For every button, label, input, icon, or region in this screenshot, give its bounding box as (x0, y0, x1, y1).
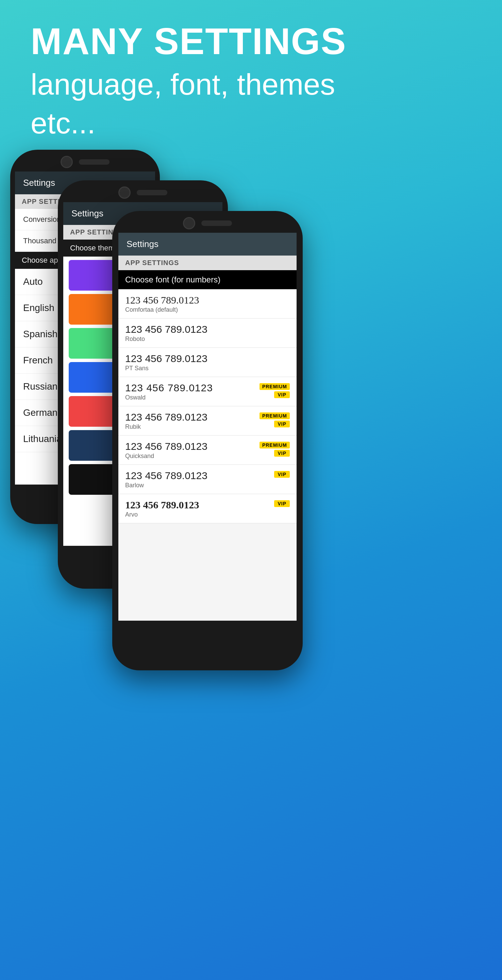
font-item-arvo[interactable]: 123 456 789.0123 Arvo VIP (118, 494, 297, 523)
font-name-barlow: Barlow (125, 482, 144, 488)
font-name-arvo: Arvo (125, 511, 138, 518)
phone3-font-header: Choose font (for numbers) (118, 270, 297, 289)
badge-vip-arvo: VIP (274, 500, 290, 507)
speaker-icon-3 (201, 221, 232, 226)
camera-icon (60, 156, 73, 168)
font-number-barlow: 123 456 789.0123 (125, 469, 274, 482)
badge-group-quicksand: PREMIUM VIP (259, 440, 290, 457)
camera-icon-2 (118, 186, 130, 199)
badge-vip-rubik: VIP (274, 421, 290, 427)
badge-group-oswald: PREMIUM VIP (259, 382, 290, 398)
font-number-rubik: 123 456 789.0123 (125, 411, 259, 423)
font-number-comfortaa: 123 456 789.0123 (125, 294, 290, 306)
hero-subtitle: language, font, themesetc... (30, 65, 346, 143)
font-item-comfortaa[interactable]: 123 456 789.0123 Comfortaa (default) (118, 289, 297, 318)
font-name-oswald: Oswald (125, 394, 146, 401)
speaker-icon (79, 159, 110, 165)
font-item-quicksand[interactable]: 123 456 789.0123 Quicksand PREMIUM VIP (118, 436, 297, 465)
font-name-quicksand: Quicksand (125, 453, 154, 460)
font-item-barlow[interactable]: 123 456 789.0123 Barlow VIP (118, 465, 297, 494)
badge-group-rubik: PREMIUM VIP (259, 411, 290, 427)
font-name-roboto: Roboto (125, 336, 145, 342)
font-name-comfortaa: Comfortaa (default) (125, 306, 178, 313)
speaker-icon-2 (137, 190, 167, 195)
phone-font: Settings APP SETTINGS Choose font (for n… (112, 211, 303, 670)
phone-2-top (58, 180, 228, 202)
badge-group-arvo: VIP (274, 499, 290, 507)
phone-1-top (10, 150, 160, 172)
font-number-oswald: 123 456 789.0123 (125, 382, 259, 394)
hero-title: MANY SETTINGS (30, 21, 346, 62)
badge-group-barlow: VIP (274, 469, 290, 478)
font-number-quicksand: 123 456 789.0123 (125, 440, 259, 453)
font-number-roboto: 123 456 789.0123 (125, 323, 290, 336)
font-item-roboto[interactable]: 123 456 789.0123 Roboto (118, 318, 297, 348)
badge-premium-rubik: PREMIUM (259, 412, 290, 419)
badge-vip-oswald: VIP (274, 391, 290, 398)
font-number-ptsans: 123 456 789.0123 (125, 353, 290, 365)
font-item-ptsans[interactable]: 123 456 789.0123 PT Sans (118, 348, 297, 377)
phone-3-bottom (112, 620, 303, 634)
badge-vip-barlow: VIP (274, 471, 290, 478)
badge-premium-oswald: PREMIUM (259, 383, 290, 390)
phone3-section-header: APP SETTINGS (118, 256, 297, 270)
font-item-rubik[interactable]: 123 456 789.0123 Rubik PREMIUM VIP (118, 406, 297, 436)
camera-icon-3 (183, 217, 195, 229)
font-name-ptsans: PT Sans (125, 365, 149, 372)
hero-section: MANY SETTINGS language, font, themesetc.… (30, 21, 346, 143)
phone3-settings-header: Settings (118, 233, 297, 256)
font-number-arvo: 123 456 789.0123 (125, 499, 274, 511)
phone-3-top (112, 211, 303, 233)
phone-3-screen: Settings APP SETTINGS Choose font (for n… (118, 233, 297, 620)
font-name-rubik: Rubik (125, 423, 141, 430)
badge-premium-quicksand: PREMIUM (259, 442, 290, 449)
font-item-oswald[interactable]: 123 456 789.0123 Oswald PREMIUM VIP (118, 377, 297, 406)
badge-vip-quicksand: VIP (274, 450, 290, 457)
